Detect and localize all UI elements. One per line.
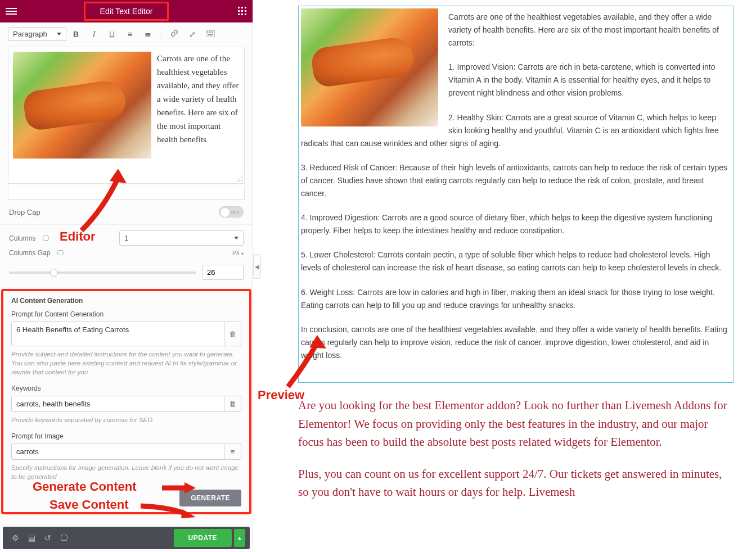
keywords-input[interactable]	[11, 396, 224, 412]
prompt-label: Prompt for Content Generation	[11, 310, 241, 318]
text-editor[interactable]: Carrots are one of the healthiest vegeta…	[8, 47, 245, 184]
menu-icon[interactable]	[6, 6, 17, 17]
svg-rect-2	[209, 31, 210, 33]
underline-button[interactable]: U	[107, 30, 117, 39]
italic-button[interactable]: I	[89, 30, 99, 39]
list-icon: ≡	[231, 447, 235, 456]
editor-footer	[8, 186, 245, 200]
preview-pane: Carrots are one of the healthiest vegeta…	[253, 0, 756, 552]
preview-p4: 4. Improved Digestion: Carrots are a goo…	[301, 211, 727, 237]
fullscreen-button[interactable]: ⤢	[187, 30, 197, 39]
editor-sidebar: Edit Text Editor Paragraph B I U ≡ ≣	[0, 0, 253, 552]
dropcap-toggle[interactable]: OFF	[219, 206, 244, 218]
format-select[interactable]: Paragraph	[8, 27, 66, 41]
editor-toolbar: Paragraph B I U ≡ ≣ ⤢	[0, 22, 253, 41]
prompt-help: Provide subject and detailed instruction…	[11, 350, 241, 377]
image-prompt-help: Specify instructions for image generatio…	[11, 463, 241, 481]
chevron-down-icon	[57, 33, 61, 35]
editor-image[interactable]	[13, 52, 151, 159]
update-dropdown[interactable]: ▲	[234, 529, 245, 547]
resize-handle-icon[interactable]	[236, 175, 243, 182]
keywords-clear-button[interactable]: 🗑	[224, 396, 241, 412]
format-value: Paragraph	[13, 30, 47, 38]
preview-p6: 6. Weight Loss: Carrots are low in calor…	[301, 286, 727, 312]
svg-rect-3	[210, 31, 212, 33]
chevron-down-icon	[234, 237, 238, 239]
columns-select[interactable]: 1	[119, 230, 244, 246]
columns-label: Columns	[9, 234, 35, 242]
responsive-icon[interactable]: 🖵	[57, 249, 64, 257]
panel-title: Edit Text Editor	[84, 2, 169, 21]
unit-label[interactable]: PX	[232, 250, 240, 256]
settings-icon[interactable]: ⚙	[7, 529, 24, 547]
history-icon[interactable]: ↺	[40, 529, 56, 547]
panel-footer: ⚙ ▤ ↺ 🖵 UPDATE ▲	[3, 527, 250, 549]
apps-grid-icon[interactable]	[238, 7, 247, 16]
list-ol-button[interactable]: ≡	[125, 30, 135, 39]
keywords-label: Keywords	[11, 384, 241, 392]
promo-text-1: Are you looking for the best Elementor a…	[298, 396, 734, 451]
text-widget-preview[interactable]: Carrots are one of the healthiest vegeta…	[298, 6, 734, 383]
navigator-icon[interactable]: ▤	[24, 529, 40, 547]
image-prompt-input[interactable]	[11, 444, 224, 460]
link-button[interactable]	[169, 29, 179, 39]
responsive-mode-icon[interactable]: 🖵	[56, 529, 73, 547]
link-icon	[170, 29, 178, 37]
preview-p5: 5. Lower Cholesterol: Carrots contain pe…	[301, 248, 727, 274]
panel-collapse-button[interactable]: ◀	[253, 254, 261, 279]
columns-value: 1	[124, 234, 128, 242]
keyboard-icon	[206, 30, 215, 37]
prompt-clear-button[interactable]: 🗑	[224, 322, 241, 346]
columns-gap-label: Columns Gap	[9, 249, 50, 257]
preview-conclusion: In conclusion, carrots are one of the he…	[301, 323, 727, 362]
svg-rect-0	[206, 30, 215, 37]
bold-button[interactable]: B	[71, 30, 81, 39]
dropcap-label: Drop Cap	[9, 208, 40, 216]
generate-button[interactable]: GENERATE	[179, 490, 241, 506]
columns-gap-input[interactable]	[202, 265, 244, 280]
svg-rect-4	[212, 31, 213, 33]
columns-gap-slider[interactable]	[9, 272, 196, 274]
panel-header: Edit Text Editor	[0, 0, 253, 22]
toolbar-toggle-button[interactable]	[205, 30, 215, 39]
keywords-help: Provide keywords separated by commas for…	[11, 415, 241, 424]
responsive-icon[interactable]: 🖵	[42, 234, 49, 242]
image-prompt-settings-button[interactable]: ≡	[224, 444, 241, 460]
ai-content-section: AI Content Generation Prompt for Content…	[1, 289, 251, 514]
prompt-input[interactable]: 6 Health Benefits of Eating Carrots	[11, 322, 224, 346]
trash-icon: 🗑	[229, 330, 236, 338]
trash-icon: 🗑	[229, 400, 236, 408]
image-prompt-label: Prompt for Image	[11, 432, 241, 440]
ai-section-title: AI Content Generation	[11, 297, 241, 305]
svg-rect-1	[207, 31, 208, 33]
update-button[interactable]: UPDATE	[174, 529, 232, 547]
list-ul-button[interactable]: ≣	[143, 30, 153, 39]
promo-text-2: Plus, you can count on us for excellent …	[298, 465, 734, 501]
chevron-up-icon: ▲	[237, 535, 242, 541]
svg-rect-5	[208, 34, 213, 35]
preview-image	[301, 8, 438, 126]
preview-p3: 3. Reduced Risk of Cancer: Because of th…	[301, 161, 727, 200]
